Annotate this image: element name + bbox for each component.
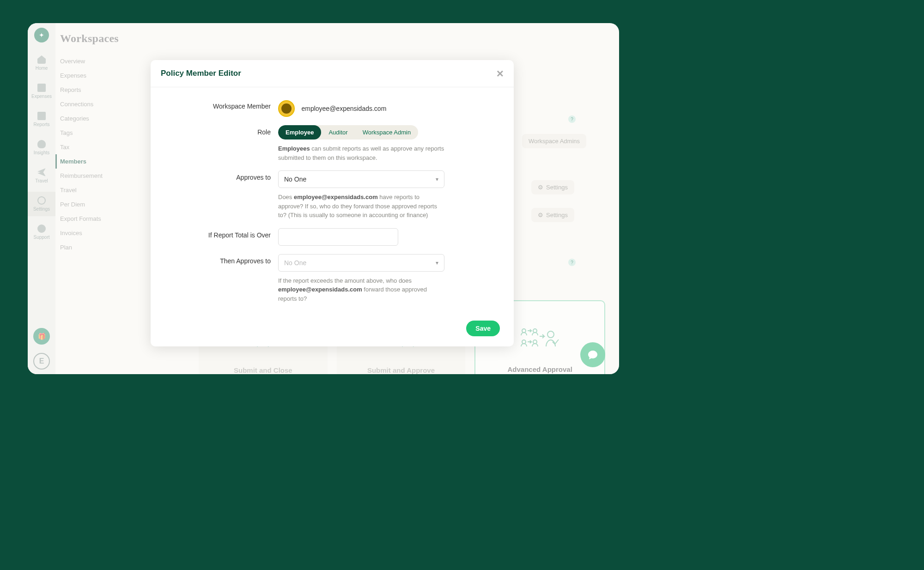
role-selector: Employee Auditor Workspace Admin xyxy=(278,125,418,139)
chevron-down-icon: ▾ xyxy=(436,176,438,182)
select-value: No One xyxy=(284,259,306,267)
role-admin[interactable]: Workspace Admin xyxy=(355,125,419,139)
member-label: Workspace Member xyxy=(164,99,278,110)
role-employee[interactable]: Employee xyxy=(278,125,321,139)
policy-member-editor-modal: Policy Member Editor × Workspace Member … xyxy=(151,60,514,346)
approves-to-select[interactable]: No One ▾ xyxy=(278,170,444,188)
save-button[interactable]: Save xyxy=(466,321,500,336)
chevron-down-icon: ▾ xyxy=(436,260,438,266)
member-email: employee@expensidads.com xyxy=(301,105,386,112)
threshold-input[interactable] xyxy=(278,228,398,246)
role-help: Employees can submit reports as well as … xyxy=(278,144,444,162)
role-label: Role xyxy=(164,125,278,136)
role-auditor[interactable]: Auditor xyxy=(321,125,355,139)
then-help: If the report exceeds the amount above, … xyxy=(278,276,444,303)
modal-header: Policy Member Editor × xyxy=(151,60,514,87)
modal-title: Policy Member Editor xyxy=(161,69,241,78)
threshold-label: If Report Total is Over xyxy=(164,228,278,239)
approves-label: Approves to xyxy=(164,170,278,181)
chat-fab[interactable] xyxy=(580,342,605,367)
approves-help: Does employee@expensidads.com have repor… xyxy=(278,193,444,220)
select-value: No One xyxy=(284,176,306,183)
avatar xyxy=(278,100,295,117)
app-frame: ✦ Home Expenses Reports Insights Travel … xyxy=(28,23,619,374)
then-approves-select[interactable]: No One ▾ xyxy=(278,254,444,272)
then-label: Then Approves to xyxy=(164,254,278,265)
close-icon[interactable]: × xyxy=(497,67,504,79)
chat-icon xyxy=(587,349,598,360)
